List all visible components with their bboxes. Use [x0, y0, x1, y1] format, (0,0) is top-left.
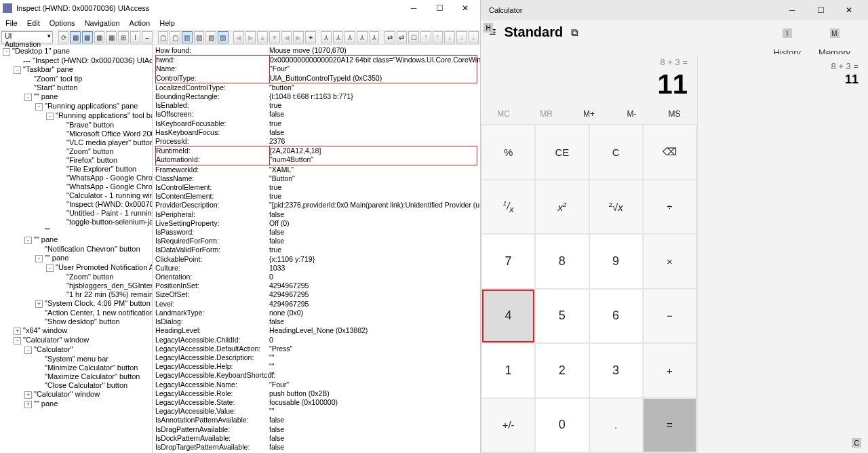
- mminus-button[interactable]: M-: [610, 106, 653, 121]
- keep-on-top-icon[interactable]: ⧉: [571, 26, 578, 39]
- tb-nav-2[interactable]: ▶: [245, 31, 256, 43]
- decimal-key[interactable]: .: [590, 399, 642, 452]
- tree-item[interactable]: "Firefox" button: [0, 155, 152, 164]
- tree-item[interactable]: "Notification Chevron" button: [0, 244, 152, 253]
- tb-btn-12[interactable]: ▨: [194, 31, 205, 43]
- tree-item[interactable]: -"Calculator": [0, 344, 152, 354]
- eight-key[interactable]: 8: [536, 235, 588, 288]
- zero-key[interactable]: 0: [536, 399, 588, 452]
- tb-btn-8[interactable]: ‒: [142, 31, 153, 43]
- tree-item[interactable]: -"Running applications" pane: [0, 101, 152, 111]
- menu-options[interactable]: Options: [50, 19, 75, 27]
- tree-item[interactable]: -"" pane: [0, 92, 152, 101]
- tree-item[interactable]: -"Running applications" tool bar: [0, 111, 152, 120]
- seven-key[interactable]: 7: [482, 235, 534, 288]
- menu-help[interactable]: Help: [159, 19, 175, 27]
- tb-btn-1[interactable]: ⟳: [58, 31, 69, 43]
- multiply-key[interactable]: ×: [644, 235, 696, 288]
- tree-item[interactable]: "Maximize Calculator" button: [0, 372, 152, 380]
- tb-btn-14[interactable]: ▧: [218, 31, 229, 43]
- tree-item[interactable]: +"System Clock, 4:06 PM" button: [0, 298, 152, 308]
- tree-item[interactable]: "Minimize Calculator" button: [0, 363, 152, 372]
- backspace-key[interactable]: ⌫: [644, 125, 696, 179]
- tb-nav-6[interactable]: ▶: [293, 31, 304, 43]
- percent-key[interactable]: %: [482, 125, 534, 179]
- tb-misc-7[interactable]: ⇣: [456, 31, 467, 43]
- tb-btn-2[interactable]: ▦: [70, 31, 81, 43]
- tree-item[interactable]: "Show desktop" button: [0, 317, 152, 326]
- tree-item[interactable]: -"" pane: [0, 253, 152, 262]
- negate-key[interactable]: +/-: [482, 399, 534, 452]
- tb-misc-3[interactable]: ☐: [408, 31, 419, 43]
- two-key[interactable]: 2: [536, 344, 588, 397]
- tree-item[interactable]: "1 hr 22 min (53%) remaining: [0, 290, 152, 298]
- props-pane[interactable]: How found:Mouse move (1070,670)hwnd:0x00…: [153, 45, 480, 453]
- tb-tree-5[interactable]: ⅄: [369, 31, 380, 43]
- reciprocal-key[interactable]: 1/x: [482, 180, 534, 234]
- mc-button[interactable]: MC: [482, 106, 525, 121]
- tb-btn-4[interactable]: ▦: [94, 31, 105, 43]
- tree-item[interactable]: -"" pane: [0, 235, 152, 244]
- tb-btn-10[interactable]: ▢: [170, 31, 180, 43]
- tb-misc-8[interactable]: ⇣: [469, 31, 479, 43]
- tree-item[interactable]: "Inspect (HWND: 0x0007003: [0, 199, 152, 208]
- tree-item[interactable]: "VLC media player" button: [0, 138, 152, 146]
- subtract-key[interactable]: −: [644, 290, 696, 343]
- tree-item[interactable]: --- "Inspect (HWND: 0x00070036) UIAccess: [0, 56, 152, 64]
- tb-tree-2[interactable]: ⅄: [333, 31, 344, 43]
- tb-nav-4[interactable]: ▼: [269, 31, 280, 43]
- tree-item[interactable]: "hjsbloggers_den_5GInternet: [0, 281, 152, 290]
- tree-item[interactable]: +"x64" window: [0, 326, 152, 335]
- tb-btn-3[interactable]: ▦: [82, 31, 93, 43]
- equals-key[interactable]: =: [644, 399, 696, 452]
- tree-item[interactable]: "Action Center, 1 new notification": [0, 308, 152, 317]
- tb-misc-1[interactable]: ⇄: [384, 31, 395, 43]
- toolbar-mode-dropdown[interactable]: UI Automation: [1, 31, 53, 43]
- tree-item[interactable]: +"Calculator" window: [0, 389, 152, 399]
- tb-nav-7[interactable]: ✦: [305, 31, 316, 43]
- tree-item[interactable]: "WhatsApp - Google Chrome: [0, 173, 152, 182]
- tb-nav-5[interactable]: ◀: [281, 31, 292, 43]
- nine-key[interactable]: 9: [590, 235, 642, 288]
- tree-item[interactable]: -"User Promoted Notification Ar: [0, 262, 152, 272]
- mr-button[interactable]: MR: [525, 106, 568, 121]
- tb-nav-1[interactable]: ◀: [233, 31, 244, 43]
- calc-maximize-button[interactable]: ☐: [807, 1, 834, 19]
- three-key[interactable]: 3: [590, 344, 642, 397]
- tree-item[interactable]: "WhatsApp - Google Chrome: [0, 182, 152, 191]
- divide-key[interactable]: ÷: [644, 180, 696, 234]
- tree-item[interactable]: "Microsoft Office Word 2007: [0, 129, 152, 138]
- tree-item[interactable]: -"Calculator" window: [0, 335, 152, 344]
- tree-item[interactable]: "Brave" button: [0, 120, 152, 129]
- menu-edit[interactable]: Edit: [27, 19, 40, 27]
- mplus-button[interactable]: M+: [568, 106, 610, 121]
- tree-item[interactable]: +"" pane: [0, 399, 152, 408]
- four-key[interactable]: 4: [482, 290, 534, 343]
- tree-pane[interactable]: -"Desktop 1" pane--- "Inspect (HWND: 0x0…: [0, 45, 153, 453]
- tree-item[interactable]: "Untitled - Paint - 1 running v: [0, 208, 152, 217]
- calc-close-button[interactable]: ✕: [835, 1, 863, 19]
- tb-tree-3[interactable]: ⅄: [344, 31, 355, 43]
- tree-item[interactable]: "Close Calculator" button: [0, 380, 152, 389]
- tree-item[interactable]: -"Desktop 1" pane: [0, 46, 152, 56]
- tb-nav-3[interactable]: ▲: [257, 31, 268, 43]
- tree-item[interactable]: "File Explorer" button: [0, 164, 152, 173]
- history-item-result[interactable]: 11: [707, 73, 859, 87]
- minimize-button[interactable]: ─: [401, 1, 426, 16]
- tb-btn-9[interactable]: ▢: [158, 31, 169, 43]
- menu-file[interactable]: File: [5, 19, 18, 27]
- history-item-expr[interactable]: 8 + 3 =: [707, 61, 859, 71]
- close-button[interactable]: ✕: [453, 1, 477, 16]
- tree-item[interactable]: "Zoom" button: [0, 146, 152, 155]
- tree-item[interactable]: "Zoom" button: [0, 272, 152, 281]
- tb-misc-2[interactable]: ⇄: [397, 31, 408, 43]
- tree-item[interactable]: "Calculator - 1 running windo: [0, 191, 152, 199]
- add-key[interactable]: +: [644, 344, 696, 397]
- tb-btn-13[interactable]: ▧: [205, 31, 216, 43]
- calc-minimize-button[interactable]: ─: [778, 1, 806, 19]
- tb-misc-4[interactable]: ⇡: [420, 31, 431, 43]
- ce-key[interactable]: CE: [536, 125, 588, 179]
- tree-item[interactable]: "Start" button: [0, 83, 152, 92]
- tree-item[interactable]: "Zoom" tool tip: [0, 74, 152, 83]
- six-key[interactable]: 6: [590, 290, 642, 343]
